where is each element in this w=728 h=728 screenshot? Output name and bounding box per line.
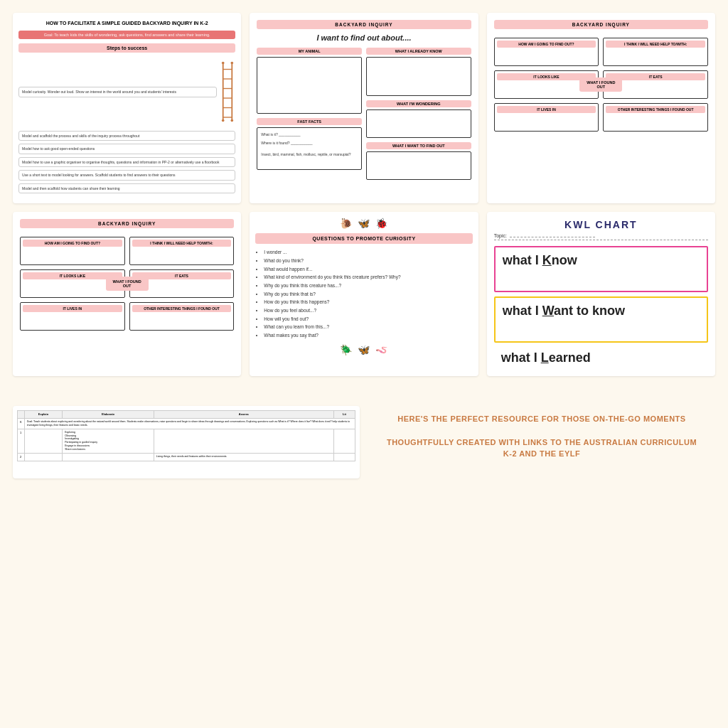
lives-in-box-3: IT LIVES IN	[494, 103, 599, 132]
what-know-label: WHAT I ALREADY KNOW	[366, 48, 471, 55]
lives-in-label-4: IT LIVES IN	[23, 305, 122, 312]
table-row-1: 1 ExploringObservingInvestigatingPartici…	[18, 429, 355, 453]
step-4: Model how to use a graphic organiser to …	[18, 157, 235, 168]
svg-point-9	[231, 61, 234, 64]
promo-text-2: THOUGHTFULLY CREATED WITH LINKS TO THE A…	[382, 437, 701, 460]
question-4: What kind of environment do you think th…	[264, 273, 472, 282]
i-think-label-4: I THINK I WILL NEED HELP TO/WITH:	[132, 240, 232, 247]
question-9: How will you find out?	[264, 315, 472, 323]
table-row-2: 2 Living things, their needs and feature…	[18, 454, 355, 461]
question-3: What would happen if...	[264, 265, 472, 274]
row-1-assess	[154, 429, 333, 453]
lives-in-label-3: IT LIVES IN	[497, 106, 596, 113]
inquiry-title-3: BACKYARD INQUIRY	[494, 20, 708, 29]
find-out-title: I want to find out about....	[257, 33, 471, 42]
lives-in-box-4: IT LIVES IN	[20, 302, 125, 331]
bottom-row: Explain Elaborate Assess Lit K Goal: Tea…	[0, 406, 728, 491]
other-things-label-4: OTHER INTERESTING THINGS I FOUND OUT	[132, 305, 232, 312]
where-found: Where is it found? ___________	[259, 139, 359, 147]
i-think-box-4: I THINK I WILL NEED HELP TO/WITH:	[129, 237, 235, 265]
butterfly-icon: 🦋	[358, 218, 370, 229]
question-5: Why do you think this creature has...?	[264, 282, 472, 290]
what-is-it: What is it? ___________	[259, 130, 359, 139]
svg-point-11	[231, 119, 234, 122]
kwl-card: KWL CHART Topic: what I Know what I Want…	[487, 212, 715, 376]
i-think-box-3: I THINK I WILL NEED HELP TO/WITH:	[603, 38, 708, 66]
what-want-label: WHAT I WANT TO FIND OUT	[366, 142, 471, 149]
row-k-explain: Goal: Teach students about exploring and…	[24, 418, 355, 429]
steps-header: Steps to success	[18, 43, 235, 53]
step-row-3: Model how to ask good open-ended questio…	[18, 144, 235, 154]
facilitate-title: HOW TO FACILITATE A SIMPLE GUIDED BACKYA…	[18, 20, 235, 27]
how-find-label-4: HOW AM I GOING TO FIND OUT?	[23, 240, 122, 247]
other-things-box-4: OTHER INTERESTING THINGS I FOUND OUT	[129, 302, 235, 331]
col-header-elaborate: Elaborate	[63, 411, 154, 419]
row-k-level: K	[18, 418, 25, 429]
goal-box: Goal: To teach kids the skills of wonder…	[18, 31, 235, 39]
curiosity-footer: 🪲 🦋 🪱	[255, 344, 472, 355]
kwl-topic: Topic:	[494, 233, 708, 240]
facilitate-card: HOW TO FACILITATE A SIMPLE GUIDED BACKYA…	[13, 13, 241, 203]
row-2-level: 2	[18, 454, 25, 461]
row-2-elaborate	[63, 454, 154, 461]
curiosity-header: 🐌 🦋 🐞	[255, 218, 472, 229]
curiosity-title: QUESTIONS TO PROMOTE CURIOSITY	[255, 233, 472, 244]
other-things-label-3: OTHER INTERESTING THINGS I FOUND OUT	[606, 106, 705, 113]
row-1-elaborate: ExploringObservingInvestigatingParticipa…	[63, 429, 154, 453]
curriculum-table-card: Explain Elaborate Assess Lit K Goal: Tea…	[13, 406, 360, 478]
my-animal-label: MY ANIMAL	[257, 48, 362, 55]
ladybug-icon: 🐞	[375, 218, 387, 229]
col-header-level	[18, 411, 25, 419]
curriculum-table: Explain Elaborate Assess Lit K Goal: Tea…	[17, 410, 355, 461]
inquiry-title-2: BACKYARD INQUIRY	[257, 20, 471, 29]
promo-card: HERE'S THE PERFECT RESOURCE FOR THOSE ON…	[368, 406, 715, 478]
question-8: How do you feel about...?	[264, 306, 472, 315]
beetle-icon: 🪲	[340, 344, 352, 355]
step-6: Model and then scaffold how students can…	[18, 183, 235, 194]
col-header-lit: Lit	[333, 411, 355, 419]
curiosity-card: 🐌 🦋 🐞 QUESTIONS TO PROMOTE CURIOSITY I w…	[250, 212, 478, 376]
promo-text-1: HERE'S THE PERFECT RESOURCE FOR THOSE ON…	[382, 413, 701, 425]
my-animal-box	[257, 57, 362, 114]
what-wondering-box	[366, 109, 471, 138]
kwl-want-text: what I Want to know	[503, 304, 700, 318]
what-want-box	[366, 151, 471, 180]
kwl-learned-text: what I Learned	[494, 347, 708, 369]
insect-types: Insect, bird, mammal, fish, mollusc, rep…	[259, 150, 359, 159]
monarch-icon: 🦋	[358, 344, 370, 355]
ladder-icon	[221, 56, 235, 128]
svg-point-8	[222, 61, 225, 64]
row-1-level: 1	[18, 429, 25, 453]
step-5: Use a short text to model looking for an…	[18, 170, 235, 181]
question-10: What can you learn from this...?	[264, 323, 472, 331]
what-know-box	[366, 57, 471, 96]
kwl-know-box: what I Know	[494, 246, 708, 292]
row-2-explain	[24, 454, 63, 461]
question-11: What makes you say that?	[264, 331, 472, 340]
step-2: Model and scaffold the process and skill…	[18, 131, 235, 141]
snail-icon: 🐌	[340, 218, 352, 229]
step-row-4: Model how to use a graphic organiser to …	[18, 157, 235, 168]
question-6: Why do you think that is?	[264, 290, 472, 299]
kwl-want-box: what I Want to know	[494, 296, 708, 343]
bi-top-row: HOW AM I GOING TO FIND OUT? I THINK I WI…	[494, 38, 708, 66]
row-1-explain	[24, 429, 63, 453]
question-1: I wonder ...	[264, 248, 472, 257]
inquiry-title-4: BACKYARD INQUIRY	[20, 219, 234, 228]
row-2-lit	[333, 454, 355, 461]
row-1-lit	[333, 429, 355, 453]
fast-facts-box: What is it? ___________ Where is it foun…	[257, 127, 362, 170]
how-find-box-4: HOW AM I GOING TO FIND OUT?	[20, 237, 125, 265]
question-7: How do you think this happens?	[264, 298, 472, 306]
kwl-know-text: what I Know	[503, 253, 700, 268]
curiosity-questions-list: I wonder ... What do you think? What wou…	[255, 248, 472, 340]
step-row-6: Model and then scaffold how students can…	[18, 183, 235, 194]
step-row-5: Use a short text to model looking for an…	[18, 170, 235, 181]
question-2: What do you think?	[264, 257, 472, 265]
step-1: Model curiosity. Wonder out loud. Show a…	[18, 87, 217, 97]
worm-icon: 🪱	[375, 344, 387, 355]
step-3: Model how to ask good open-ended questio…	[18, 144, 235, 154]
svg-point-10	[222, 119, 225, 122]
table-row-k: K Goal: Teach students about exploring a…	[18, 418, 355, 429]
how-find-box-3: HOW AM I GOING TO FIND OUT?	[494, 38, 599, 66]
